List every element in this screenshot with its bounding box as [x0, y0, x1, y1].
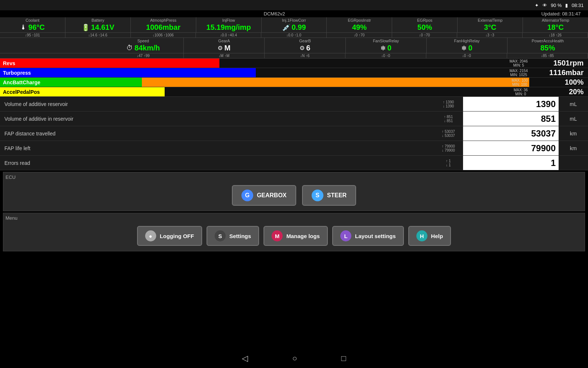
- sensor-value: 49%: [352, 23, 367, 32]
- updated-label: Updated: 08:31:47: [541, 11, 581, 17]
- bar-row-ancbattcharge: AncBattCharge MAX: 100MIN: 100 100%: [0, 78, 588, 87]
- sensor-value: 96°C: [28, 23, 45, 32]
- sensor-cell-injflow: InjFlow 15.19mg/imp: [196, 17, 262, 32]
- ecu-btn-label: GEARBOX: [257, 192, 287, 199]
- ecu-buttons: G GEARBOX S STEER: [6, 182, 582, 209]
- mid-sensor-3: FanSlowRelay ❄ 0: [346, 38, 427, 53]
- bar-value: 100%: [529, 78, 588, 86]
- recent-button[interactable]: □: [341, 354, 346, 363]
- battery-percent: 90 %: [551, 3, 562, 8]
- menu-btn-icon: L: [340, 230, 351, 241]
- mid-minmax-2: ↓N ↑6: [265, 53, 345, 58]
- device-model: DCM62v2: [264, 11, 285, 17]
- bar-row-accelpedalpos: AccelPedalPos MAX: 36MIN: 0 20%: [0, 87, 588, 97]
- sensor-cell-alternatortemp: AlternatorTemp 18°C: [523, 17, 588, 32]
- data-row-unit: mL: [559, 116, 588, 122]
- sensor-label: Battery: [67, 18, 129, 22]
- sensor-minmax-8: ↓18 ↑26: [523, 33, 588, 38]
- menu-btn-help[interactable]: H Help: [408, 226, 451, 246]
- data-row-arrows: ↑ 851 ↓ 851: [434, 115, 463, 123]
- sensor-cell-egrpos: EGRpos 50%: [392, 17, 458, 32]
- mid-sensor-4: FanHighRelay ❄ 0: [427, 38, 508, 53]
- data-row-label: Volume of additive in reservoir: [0, 116, 434, 122]
- menu-btn-icon: H: [416, 230, 427, 241]
- bar-label: Revs: [0, 59, 74, 68]
- menu-buttons: ● Logging OFF S Settings M Manage logs L…: [6, 223, 582, 249]
- bar-label: Turbopress: [0, 68, 74, 77]
- data-row-0: Volume of additive reservoir ↑ 1390 ↓ 13…: [0, 97, 588, 112]
- bar-container: MAX: 2154MIN: 1025: [74, 68, 529, 77]
- data-row-unit: km: [559, 145, 588, 151]
- menu-btn-label: Layout settings: [355, 233, 396, 239]
- sensor-label: Inj.1FlowCorr: [263, 18, 325, 22]
- bar-value: 1501rpm: [529, 59, 588, 67]
- bar-label: AccelPedalPos: [0, 87, 74, 96]
- nav-bar: ◁ ○ □: [0, 349, 588, 368]
- data-row-arrows: ↑ 1 ↓ 1: [434, 159, 463, 167]
- data-row-unit: km: [559, 131, 588, 137]
- menu-btn-label: Settings: [229, 233, 251, 239]
- menu-btn-label: Manage logs: [286, 233, 320, 239]
- menu-btn-icon: M: [272, 230, 283, 241]
- sensor-label: ExternalTemp: [459, 18, 521, 22]
- data-row-arrows: ↑ 79900 ↓ 79900: [434, 144, 463, 152]
- data-row-value: 1390: [463, 97, 559, 111]
- back-button[interactable]: ◁: [242, 354, 248, 363]
- mid-minmax-1: ↓M ↑M: [184, 53, 265, 58]
- battery-icon: ▮: [565, 3, 568, 8]
- data-row-value: 1: [463, 156, 559, 170]
- ecu-btn-icon: S: [312, 190, 323, 201]
- sensors-mid-row: Speed ⏱ 84km/h GearA ⚙ M GearB ⚙ 6 FanSl…: [0, 38, 588, 53]
- bar-value: 1116mbar: [529, 68, 588, 77]
- menu-btn-layout-settings[interactable]: L Layout settings: [332, 226, 404, 246]
- bar-row-turbopress: Turbopress MAX: 2154MIN: 1025 1116mbar: [0, 68, 588, 78]
- menu-btn-logging-off[interactable]: ● Logging OFF: [137, 226, 202, 246]
- data-row-value: 851: [463, 112, 559, 126]
- sensor-label: AlternatorTemp: [524, 18, 587, 22]
- bar-container: MAX: 2046MIN: 5: [74, 59, 529, 68]
- sensor-minmax-6: ↓0 ↑70: [392, 33, 458, 38]
- mid-sensor-1: GearA ⚙ M: [184, 38, 265, 53]
- data-row-arrows: ↑ 1390 ↓ 1390: [434, 100, 463, 108]
- sensor-cell-coolant: Coolant 🌡 96°C: [0, 17, 65, 32]
- sensor-minmax-2: ↓1006 ↑1006: [131, 33, 196, 38]
- sensor-value: 18°C: [547, 23, 564, 32]
- sensor-minmax-5: ↓0 ↑70: [327, 33, 392, 38]
- bar-label: AncBattCharge: [0, 78, 74, 87]
- menu-title: Menu: [6, 215, 582, 221]
- data-row-label: FAP life left: [0, 145, 434, 151]
- sensor-label: EGRposInstr: [328, 18, 390, 22]
- sensor-value: 50%: [417, 23, 432, 32]
- data-row-1: Volume of additive in reservoir ↑ 851 ↓ …: [0, 112, 588, 126]
- bar-container: MAX: 36MIN: 0: [74, 87, 529, 96]
- mid-minmax-5: ↓85 ↑85: [507, 53, 588, 58]
- sensor-cell-inj1flowcorr: Inj.1FlowCorr 💉 0.99: [262, 17, 327, 32]
- data-row-arrows: ↑ 53037 ↓ 53037: [434, 130, 463, 138]
- ecu-btn-steer[interactable]: S STEER: [302, 185, 356, 206]
- data-row-4: Errors read ↑ 1 ↓ 1 1: [0, 156, 588, 170]
- bar-value: 20%: [529, 88, 588, 96]
- sensor-value: 1006mbar: [146, 23, 180, 32]
- ecu-title: ECU: [6, 174, 582, 180]
- sensor-value: 0.99: [292, 23, 306, 32]
- menu-btn-label: Logging OFF: [160, 233, 194, 239]
- home-button[interactable]: ○: [292, 354, 297, 363]
- sensor-cell-egrposinstr: EGRposInstr 49%: [327, 17, 392, 32]
- bar-container: MAX: 100MIN: 100: [74, 78, 529, 87]
- ecu-btn-gearbox[interactable]: G GEARBOX: [232, 185, 296, 206]
- menu-btn-settings[interactable]: S Settings: [207, 226, 259, 246]
- sensor-label: InjFlow: [198, 18, 260, 22]
- mid-sensor-5: PowerAccuHealth 85%: [508, 38, 588, 53]
- menu-btn-manage-logs[interactable]: M Manage logs: [263, 226, 328, 246]
- bar-gauges: Revs MAX: 2046MIN: 5 1501rpm Turbopress …: [0, 59, 588, 97]
- bar-row-revs: Revs MAX: 2046MIN: 5 1501rpm: [0, 59, 588, 68]
- sensor-label: EGRpos: [394, 18, 456, 22]
- menu-btn-icon: S: [215, 230, 226, 241]
- ecu-btn-label: STEER: [327, 192, 347, 199]
- data-row-3: FAP life left ↑ 79900 ↓ 79900 79900 km: [0, 141, 588, 156]
- data-table: Volume of additive reservoir ↑ 1390 ↓ 13…: [0, 97, 588, 170]
- sensor-cell-externaltemp: ExternalTemp 3°C: [458, 17, 523, 32]
- sensor-minmax-3: ↓0.0 ↑40.4: [196, 33, 261, 38]
- mid-sensor-2: GearB ⚙ 6: [265, 38, 345, 53]
- mid-minmax-0: ↓47 ↑99: [103, 53, 184, 58]
